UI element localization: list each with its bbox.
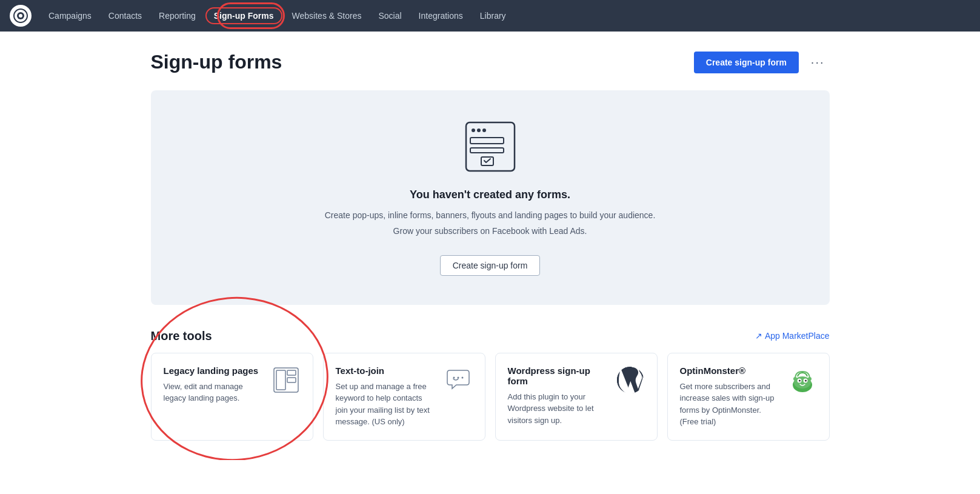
optinmonster-icon xyxy=(788,365,817,395)
nav-item-contacts[interactable]: Contacts xyxy=(101,7,149,24)
svg-point-16 xyxy=(461,376,463,378)
tool-card-om-title: OptinMonster® xyxy=(680,365,781,376)
svg-point-26 xyxy=(808,377,812,381)
svg-rect-11 xyxy=(276,370,285,390)
tool-card-optinmonster[interactable]: OptinMonster® Get more subscribers and i… xyxy=(667,353,830,441)
app-logo[interactable] xyxy=(10,5,32,27)
svg-rect-7 xyxy=(470,138,504,144)
nav-item-signup-forms[interactable]: Sign-up Forms xyxy=(205,7,282,24)
more-tools-section: More tools ↗ App MarketPlace Legacy land… xyxy=(151,329,830,441)
tool-card-legacy-desc: View, edit and manage legacy landing pag… xyxy=(164,381,264,404)
nav-item-social[interactable]: Social xyxy=(371,7,408,24)
empty-state-desc2: Grow your subscribers on Facebook with L… xyxy=(393,224,587,238)
external-link-icon: ↗ xyxy=(755,331,762,341)
app-marketplace-label: App MarketPlace xyxy=(765,331,830,341)
tool-card-om-desc: Get more subscribers and increase sales … xyxy=(680,381,781,428)
svg-rect-10 xyxy=(274,368,298,392)
chat-icon xyxy=(444,365,473,395)
empty-state-title: You haven't created any forms. xyxy=(410,189,570,201)
tool-card-text-title: Text-to-join xyxy=(336,365,436,376)
create-form-cta-button[interactable]: Create sign-up form xyxy=(440,255,541,276)
more-tools-title: More tools xyxy=(151,329,212,343)
svg-rect-13 xyxy=(287,378,296,382)
svg-rect-12 xyxy=(287,370,296,375)
app-marketplace-link[interactable]: ↗ App MarketPlace xyxy=(755,331,830,341)
tool-card-text-desc: Set up and manage a free keyword to help… xyxy=(336,381,436,428)
svg-point-24 xyxy=(805,379,807,381)
svg-point-14 xyxy=(453,376,455,378)
svg-rect-8 xyxy=(470,148,504,153)
svg-point-5 xyxy=(477,129,481,132)
landing-page-icon xyxy=(272,365,301,395)
create-signup-form-button[interactable]: Create sign-up form xyxy=(694,52,799,73)
nav-item-campaigns[interactable]: Campaigns xyxy=(41,7,99,24)
tool-card-wp-content: Wordpress sign-up form Add this plugin t… xyxy=(508,365,608,427)
tool-card-wordpress[interactable]: Wordpress sign-up form Add this plugin t… xyxy=(495,353,658,441)
svg-point-15 xyxy=(457,376,459,378)
svg-point-2 xyxy=(19,14,22,18)
nav-item-library[interactable]: Library xyxy=(473,7,513,24)
more-tools-header: More tools ↗ App MarketPlace xyxy=(151,329,830,343)
nav-item-websites-stores[interactable]: Websites & Stores xyxy=(285,7,369,24)
more-options-button[interactable]: ··· xyxy=(806,53,830,72)
main-content: Sign-up forms Create sign-up form ··· Yo… xyxy=(127,32,854,460)
page-header: Sign-up forms Create sign-up form ··· xyxy=(151,51,830,73)
tool-card-wp-desc: Add this plugin to your Wordpress websit… xyxy=(508,391,608,427)
tool-card-om-content: OptinMonster® Get more subscribers and i… xyxy=(680,365,781,428)
tool-card-text-content: Text-to-join Set up and manage a free ke… xyxy=(336,365,436,428)
tool-card-legacy-content: Legacy landing pages View, edit and mana… xyxy=(164,365,264,404)
navbar: Campaigns Contacts Reporting Sign-up For… xyxy=(0,0,980,32)
nav-item-reporting[interactable]: Reporting xyxy=(152,7,203,24)
empty-state-desc1: Create pop-ups, inline forms, banners, f… xyxy=(325,209,656,222)
tool-card-text-to-join[interactable]: Text-to-join Set up and manage a free ke… xyxy=(323,353,485,441)
form-illustration-icon xyxy=(463,119,518,174)
empty-state-banner: You haven't created any forms. Create po… xyxy=(151,90,830,305)
tool-card-legacy-landing[interactable]: Legacy landing pages View, edit and mana… xyxy=(151,353,313,441)
svg-point-23 xyxy=(799,379,801,381)
tool-cards-grid: Legacy landing pages View, edit and mana… xyxy=(151,353,830,441)
wordpress-icon xyxy=(616,365,645,395)
nav-item-integrations[interactable]: Integrations xyxy=(412,7,470,24)
svg-point-4 xyxy=(472,129,475,132)
tool-card-wp-title: Wordpress sign-up form xyxy=(508,365,608,386)
page-title: Sign-up forms xyxy=(151,51,282,73)
svg-point-25 xyxy=(793,377,797,381)
svg-point-6 xyxy=(482,129,486,132)
tool-card-legacy-title: Legacy landing pages xyxy=(164,365,264,376)
header-actions: Create sign-up form ··· xyxy=(694,52,830,73)
